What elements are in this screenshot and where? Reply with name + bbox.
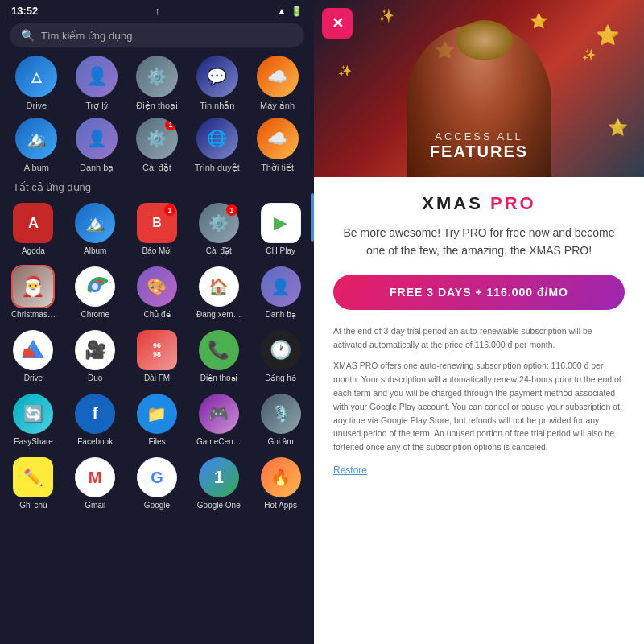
app-duo[interactable]: 🎥 Duo [65,325,126,387]
promo-image: ⭐ ✨ ⭐ ✨ ⭐ ⭐ ✨ ⭐ ✕ ACCESS ALL FEATURES [314,0,644,177]
app-recorder-label: Ghi âm [267,437,293,446]
baomoi-badge: 1 [164,204,175,216]
promo-content: XMAS PRO Be more awesome! Try PRO for fr… [314,177,644,644]
quick-apps-row: △ Drive 👤 Trợ lý ⚙️ Điện thoại 💬 Tin nhắ… [0,54,314,116]
quick-assistant-label: Trợ lý [85,101,108,111]
app-clock-label: Đồng hồ [265,374,296,382]
scrollbar[interactable] [311,193,314,242]
app-album[interactable]: 🏔️ Album [65,198,126,260]
app-contacts[interactable]: 👤 Danh bạ [250,262,311,324]
app-weather-top-label: Thời tiết [261,163,294,173]
time-display: 13:52 [11,5,38,17]
chude-icon: 🎨 [147,277,167,296]
drive-icon: △ [31,69,41,85]
app-baomoi[interactable]: B 1 Báo Mới [127,198,188,260]
app-weather-top[interactable]: ☁️ Thời tiết [250,118,305,173]
app-drive[interactable]: Drive [3,325,64,387]
agoda-icon: A [28,215,39,232]
app-agoda[interactable]: A Agoda [3,198,64,260]
chplay-icon: ▶ [274,213,287,233]
fine-print-1: At the end of 3-day trial period an auto… [333,324,625,352]
app-easyshare-label: EasyShare [14,437,53,446]
all-apps-title: Tất cả ứng dụng [0,178,314,198]
quick-assistant[interactable]: 👤 Trợ lý [69,56,124,111]
app-easyshare[interactable]: 🔄 EasyShare [3,389,64,451]
app-hot-apps[interactable]: 🔥 Hot Apps [250,452,311,514]
app-gamecenter[interactable]: 🎮 GameCen… [188,389,249,451]
app-clock[interactable]: 🕐 Đồng hồ [250,325,311,387]
app-chude[interactable]: 🎨 Chủ đề [127,262,188,324]
app-browser-top[interactable]: 🌐 Trình duyệt [190,118,245,173]
camera-icon: ☁️ [267,67,287,86]
app-dangxem-label: Đang xem… [196,310,242,319]
quick-drive-label: Drive [27,101,47,110]
quick-drive[interactable]: △ Drive [9,56,64,111]
app-agoda-label: Agoda [22,246,45,255]
cta-button[interactable]: FREE 3 DAYS + 116.000 đ/MO [333,275,625,310]
album-top-icon: 🏔️ [27,129,47,148]
app-chrome-label: Chrome [80,310,109,319]
app-files-label: Files [148,437,165,446]
hot-apps-icon: 🔥 [270,468,291,487]
settings-icon: ⚙️ [208,213,229,233]
quick-phone[interactable]: ⚙️ Điện thoại [130,56,184,111]
app-settings[interactable]: ⚙️ 1 Cài đặt [188,198,249,260]
easyshare-icon: 🔄 [23,404,43,423]
app-google[interactable]: G Google [127,452,188,514]
app-christmas-label: Christmas… [11,310,56,319]
restore-link[interactable]: Restore [333,464,367,476]
app-chude-label: Chủ đề [143,310,170,319]
quick-messages[interactable]: 💬 Tin nhắn [190,56,245,111]
app-google-label: Google [144,501,170,510]
app-settings-top-label: Cài đặt [142,163,171,173]
app-browser-top-label: Trình duyệt [195,163,240,173]
promo-features-text: FEATURES [314,142,644,161]
app-notes[interactable]: ✏️ Ghi chú [3,452,64,514]
app-facebook[interactable]: f Facebook [65,389,126,451]
app-daifm[interactable]: 9698 Đài FM [127,325,188,387]
search-bar[interactable]: 🔍 Tìm kiếm ứng dụng [10,23,304,47]
app-baomoi-label: Báo Mới [142,246,171,255]
quick-phone-label: Điện thoại [136,101,177,111]
star-2: ✨ [378,8,394,23]
app-gmail[interactable]: M Gmail [65,452,126,514]
settings-top-icon: ⚙️ [147,129,167,148]
duo-icon: 🎥 [85,340,106,361]
baomoi-icon: B [152,216,162,230]
app-phone[interactable]: 📞 Điện thoại [188,325,249,387]
google-icon: G [151,469,163,487]
notes-icon: ✏️ [23,468,43,487]
quick-camera[interactable]: ☁️ Máy ảnh [250,56,305,111]
app-settings-label: Cài đặt [206,246,232,255]
search-placeholder: Tìm kiếm ứng dụng [41,30,133,42]
assistant-icon: 👤 [86,66,108,87]
contacts-icon: 👤 [270,277,291,296]
drive-icon [20,337,46,363]
wifi-icon: ▲ [277,6,287,17]
app-recorder[interactable]: 🎙️ Ghi âm [250,389,311,451]
app-dangxem[interactable]: 🏠 Đang xem… [188,262,249,324]
app-christmas[interactable]: 🎅 Christmas… [3,262,64,324]
close-button[interactable]: ✕ [322,8,353,39]
app-notes-label: Ghi chú [19,501,47,510]
app-phone-label: Điện thoại [200,374,237,382]
app-album-top[interactable]: 🏔️ Album [9,118,64,173]
app-facebook-label: Facebook [77,437,113,446]
daifm-icon: 9698 [153,341,161,359]
star-7: ✨ [338,64,352,77]
app-google-one-label: Google One [197,501,241,510]
app-gamecenter-label: GameCen… [196,437,242,446]
app-chrome[interactable]: Chrome [65,262,126,324]
battery-icon: 🔋 [291,6,303,17]
app-settings-top[interactable]: ⚙️ 1 Cài đặt [130,118,184,173]
recorder-icon: 🎙️ [270,404,291,423]
app-files[interactable]: 📁 Files [127,389,188,451]
star-3: ⭐ [596,24,620,47]
hat-shape [456,20,513,60]
phone-app-icon: 📞 [208,340,229,361]
app-contacts-top[interactable]: 👤 Danh bạ [69,118,124,173]
app-google-one[interactable]: 1 Google One [188,452,249,514]
contacts-top-icon: 👤 [87,129,107,148]
messages-icon: 💬 [207,67,227,86]
app-chplay[interactable]: ▶ CH Play [250,198,311,260]
